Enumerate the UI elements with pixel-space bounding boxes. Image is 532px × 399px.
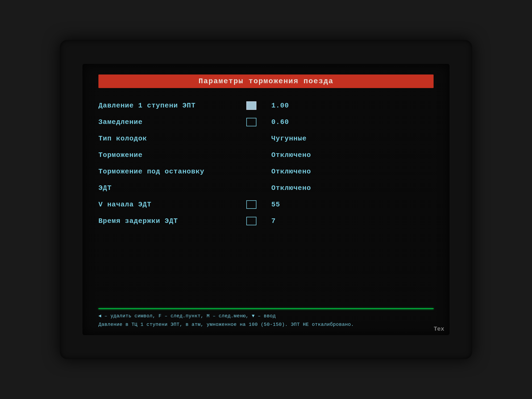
params-table: Давление 1 ступени ЭПТ 1.00 Замедление 0… <box>98 99 434 306</box>
param-value-6: 55 <box>261 201 434 209</box>
checkbox-empty-icon-7 <box>246 217 256 225</box>
screen-title: Параметры торможения поезда <box>198 77 334 85</box>
monitor-bezel: Параметры торможения поезда Давление 1 с… <box>60 40 472 359</box>
param-label-1: Замедление <box>98 118 242 126</box>
param-row-7: Время задержки ЭДТ 7 <box>98 214 434 228</box>
hint-bar: ◄ – удалить символ, F – след.пункт, M – … <box>98 311 434 320</box>
param-label-2: Тип колодок <box>98 135 242 143</box>
param-label-5: ЭДТ <box>98 184 242 192</box>
param-value-2: Чугунные <box>261 135 434 143</box>
checkbox-filled-icon <box>246 101 256 110</box>
screen: Параметры торможения поезда Давление 1 с… <box>82 64 450 335</box>
param-row-0: Давление 1 ступени ЭПТ 1.00 <box>98 99 434 113</box>
param-row-4: Торможение под остановку Отключено <box>98 165 434 178</box>
status-bar: Давление в ТЦ 1 ступени ЭПТ, в атм, умно… <box>98 320 434 330</box>
param-value-4: Отключено <box>261 168 434 176</box>
param-label-0: Давление 1 ступени ЭПТ <box>98 102 242 110</box>
param-row-1: Замедление 0.60 <box>98 115 434 129</box>
param-value-0: 1.00 <box>261 102 434 110</box>
param-checkbox-7 <box>242 217 261 225</box>
param-checkbox-6 <box>242 200 261 209</box>
param-row-6: V начала ЭДТ 55 <box>98 198 434 211</box>
param-checkbox-1 <box>242 118 261 126</box>
param-row-3: Торможение Отключено <box>98 148 434 162</box>
param-label-4: Торможение под остановку <box>98 168 242 176</box>
checkbox-empty-icon <box>246 118 256 126</box>
corner-label: Tex <box>434 326 444 332</box>
checkbox-empty-icon-6 <box>246 200 256 209</box>
param-value-3: Отключено <box>261 151 434 159</box>
param-label-7: Время задержки ЭДТ <box>98 217 242 225</box>
param-row-5: ЭДТ Отключено <box>98 181 434 195</box>
param-value-7: 7 <box>261 217 434 225</box>
param-label-6: V начала ЭДТ <box>98 201 242 209</box>
param-label-3: Торможение <box>98 151 242 159</box>
param-row-2: Тип колодок Чугунные <box>98 132 434 146</box>
param-value-5: Отключено <box>261 184 434 192</box>
param-value-1: 0.60 <box>261 118 434 126</box>
separator-line <box>98 308 434 309</box>
title-bar: Параметры торможения поезда <box>98 74 434 88</box>
param-checkbox-0 <box>242 101 261 110</box>
